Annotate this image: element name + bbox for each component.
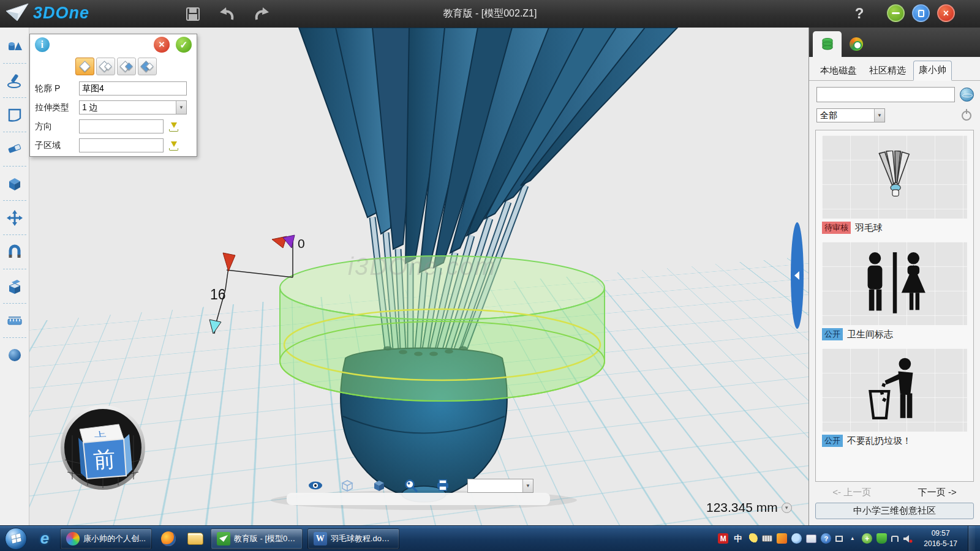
list-item-restroom[interactable]: 公开 卫生间标志 bbox=[822, 242, 967, 340]
zoom-search-icon[interactable] bbox=[404, 478, 418, 493]
taskbar: e 康小帅的个人创... 教育版 - [模型00... W 羽毛球教程.docx… bbox=[0, 525, 980, 551]
maximize-button[interactable] bbox=[912, 4, 930, 22]
show-hidden-icons[interactable]: ▲ bbox=[847, 533, 858, 544]
tray-time: 09:57 bbox=[924, 528, 957, 538]
window-title: 教育版 - [模型002.Z1] bbox=[0, 0, 980, 28]
constraint-tool[interactable] bbox=[1, 237, 28, 267]
profile-row: 轮廓 P bbox=[30, 79, 197, 98]
material-tool[interactable] bbox=[1, 340, 28, 370]
search-input[interactable] bbox=[816, 87, 955, 102]
list-item-no-littering[interactable]: 公开 不要乱扔垃圾！ bbox=[822, 348, 967, 447]
viewcube-top-label: 上 bbox=[93, 430, 107, 438]
keyboard-tray-icon[interactable] bbox=[762, 535, 772, 542]
toolbar-separator bbox=[3, 269, 26, 269]
shuttlecock-sketch-icon bbox=[873, 151, 916, 203]
community-icon bbox=[850, 37, 863, 51]
item-label: 卫生间标志 bbox=[847, 329, 893, 340]
show-desktop-button[interactable] bbox=[968, 526, 975, 551]
database-icon bbox=[821, 37, 834, 51]
network-tray-icon[interactable] bbox=[891, 536, 899, 542]
item-label: 不要乱扔垃圾！ bbox=[847, 435, 911, 447]
direction-pick-icon[interactable] bbox=[168, 121, 179, 132]
toolbar-separator bbox=[3, 303, 26, 304]
dialog-cancel-button[interactable]: × bbox=[154, 37, 170, 53]
sogou-tray-icon[interactable] bbox=[777, 533, 787, 544]
view-cube[interactable]: 前 上 bbox=[60, 405, 146, 490]
start-button[interactable] bbox=[5, 528, 27, 550]
edit-sketch-tool[interactable] bbox=[1, 100, 28, 130]
refresh-power-icon[interactable] bbox=[962, 111, 971, 121]
shield-tray-icon[interactable] bbox=[876, 533, 887, 544]
extrude-mode-subtract[interactable] bbox=[117, 58, 136, 75]
search-doc-tray-icon[interactable] bbox=[791, 533, 802, 544]
primitives-tool[interactable] bbox=[1, 31, 28, 61]
drag-cone-red[interactable] bbox=[223, 253, 235, 271]
subregion-row: 子区域 bbox=[30, 136, 197, 155]
solid-cube-icon[interactable] bbox=[372, 478, 386, 493]
volume-muted-tray-icon[interactable] bbox=[903, 533, 913, 544]
visibility-eye-icon[interactable] bbox=[308, 478, 323, 493]
next-page-button[interactable]: 下一页 -> bbox=[918, 487, 957, 498]
shuttlecock-thumbnail bbox=[822, 135, 967, 219]
extrude-mode-base[interactable] bbox=[75, 58, 94, 75]
combine-tool[interactable] bbox=[1, 271, 28, 301]
taskbar-app-3done[interactable]: 教育版 - [模型00... bbox=[211, 528, 303, 549]
tab-user-kangxiaoshuai[interactable]: 康小帅 bbox=[913, 61, 952, 81]
notes-tray-icon[interactable] bbox=[806, 534, 816, 543]
wireframe-cube-icon[interactable] bbox=[340, 478, 355, 493]
redo-icon[interactable] bbox=[252, 5, 271, 23]
mail-tray-icon[interactable]: M bbox=[718, 533, 728, 544]
measurement-value: 123.345 mm bbox=[706, 500, 778, 515]
taskbar-app-personal[interactable]: 康小帅的个人创... bbox=[60, 528, 152, 549]
save-icon[interactable] bbox=[184, 5, 202, 23]
tab-community-picks[interactable]: 社区精选 bbox=[864, 62, 911, 80]
feature-tool[interactable] bbox=[1, 168, 28, 198]
safety-tray-icon[interactable]: + bbox=[862, 533, 872, 544]
move-tool[interactable] bbox=[1, 203, 28, 233]
subregion-pick-icon[interactable] bbox=[168, 140, 179, 151]
extrude-mode-intersect[interactable] bbox=[138, 58, 157, 75]
tab-library[interactable] bbox=[813, 31, 842, 57]
dropdown-arrow-icon: ▼ bbox=[522, 479, 533, 492]
no-littering-thumbnail bbox=[822, 348, 967, 432]
taskbar-app-word[interactable]: W 羽毛球教程.docx ... bbox=[307, 528, 399, 549]
ie-taskbar-icon[interactable]: e bbox=[33, 528, 56, 549]
tray-clock[interactable]: 09:57 2016-5-17 bbox=[918, 528, 963, 548]
community-site-button[interactable]: 中小学三维创意社区 bbox=[815, 503, 974, 519]
measure-tool[interactable] bbox=[1, 305, 28, 335]
dialog-confirm-button[interactable]: ✓ bbox=[176, 37, 192, 53]
direction-input[interactable] bbox=[79, 119, 164, 133]
erase-tool[interactable] bbox=[1, 134, 28, 164]
help-button[interactable]: ? bbox=[850, 5, 869, 23]
extrude-mode-add[interactable] bbox=[96, 58, 115, 75]
app-window: 0 16 i3DOne.com 前 bbox=[0, 0, 980, 551]
drag-handle-cyan[interactable] bbox=[209, 320, 221, 334]
print-icon[interactable] bbox=[435, 478, 450, 493]
tab-community[interactable] bbox=[842, 31, 870, 57]
profile-input[interactable] bbox=[79, 81, 187, 96]
resource-sidebar: 本地磁盘 社区精选 康小帅 全部 ▼ bbox=[809, 28, 980, 525]
firefox-taskbar-icon[interactable] bbox=[157, 528, 180, 549]
undo-icon[interactable] bbox=[218, 5, 236, 23]
view-preset-dropdown[interactable]: ▼ bbox=[467, 479, 533, 493]
minimize-button[interactable] bbox=[887, 4, 905, 22]
tab-local-disk[interactable]: 本地磁盘 bbox=[815, 62, 862, 80]
sidebar-collapse-handle[interactable] bbox=[791, 222, 804, 329]
help-tray-icon[interactable]: ? bbox=[821, 533, 831, 544]
restroom-sign-icon bbox=[855, 247, 935, 320]
sketch-tool[interactable] bbox=[1, 66, 28, 96]
measurement-readout: 123.345 mm ▼ bbox=[706, 500, 792, 515]
list-item-shuttlecock[interactable]: 待审核 羽毛球 bbox=[822, 135, 967, 234]
window-tray-icon[interactable] bbox=[835, 536, 843, 542]
prev-page-button[interactable]: <- 上一页 bbox=[832, 487, 871, 498]
explorer-taskbar-icon[interactable] bbox=[184, 528, 207, 549]
search-row bbox=[809, 81, 980, 103]
search-globe-icon[interactable] bbox=[960, 88, 974, 102]
extrude-type-select[interactable]: 1 边 ▼ bbox=[79, 100, 187, 114]
measurement-expander-icon[interactable]: ▼ bbox=[782, 503, 792, 513]
category-filter-select[interactable]: 全部 ▼ bbox=[816, 108, 885, 122]
subregion-input[interactable] bbox=[79, 138, 164, 152]
close-button[interactable]: × bbox=[937, 4, 955, 22]
ime-tray-icon[interactable]: 中 bbox=[733, 533, 743, 544]
moon-tray-icon[interactable] bbox=[747, 533, 758, 544]
